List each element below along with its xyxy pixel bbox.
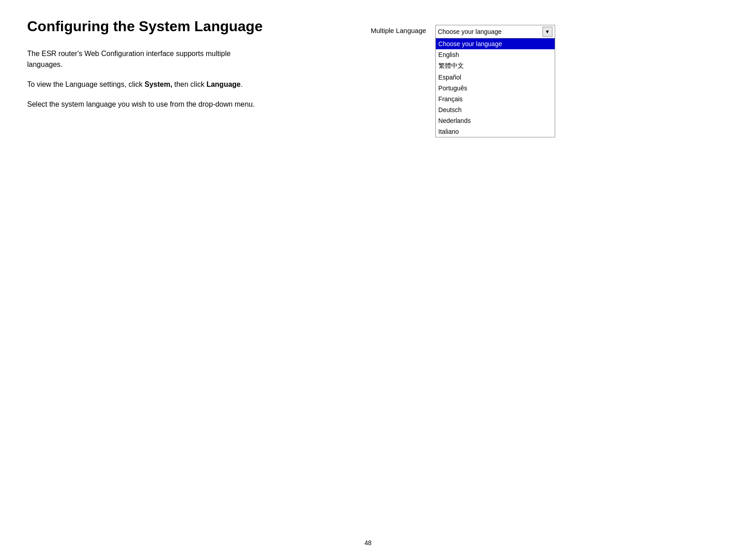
language-dropdown-header[interactable]: Choose your language ▼ <box>436 25 555 38</box>
dropdown-item-en[interactable]: English <box>436 49 555 60</box>
page-number: 48 <box>364 539 372 546</box>
language-dropdown-list: Choose your languageEnglish繁體中文EspañolPo… <box>436 38 555 137</box>
language-dropdown-container[interactable]: Choose your language ▼ Choose your langu… <box>435 25 555 137</box>
dropdown-item-nl[interactable]: Nederlands <box>436 115 555 126</box>
page-footer: 48 <box>364 539 372 546</box>
dropdown-arrow-icon[interactable]: ▼ <box>543 27 552 37</box>
dropdown-item-es[interactable]: Español <box>436 72 555 83</box>
dropdown-item-pt[interactable]: Português <box>436 83 555 94</box>
description-block: The ESR router's Web Configuration inter… <box>27 48 262 110</box>
dropdown-item-de[interactable]: Deutsch <box>436 104 555 115</box>
language-section: Multiple Language Choose your language ▼… <box>371 25 555 137</box>
description-paragraph-1: The ESR router's Web Configuration inter… <box>27 48 262 70</box>
dropdown-item-it[interactable]: Italiano <box>436 126 555 137</box>
language-label: Multiple Language <box>371 25 426 34</box>
dropdown-item-zh-tw[interactable]: 繁體中文 <box>436 60 555 72</box>
dropdown-item-fr[interactable]: Français <box>436 94 555 104</box>
dropdown-header-text: Choose your language <box>438 28 502 35</box>
page-title: Configuring the System Language <box>27 18 709 35</box>
description-paragraph-3: Select the system language you wish to u… <box>27 99 262 110</box>
description-paragraph-2: To view the Language settings, click Sys… <box>27 79 262 90</box>
dropdown-item-choose[interactable]: Choose your language <box>436 38 555 49</box>
